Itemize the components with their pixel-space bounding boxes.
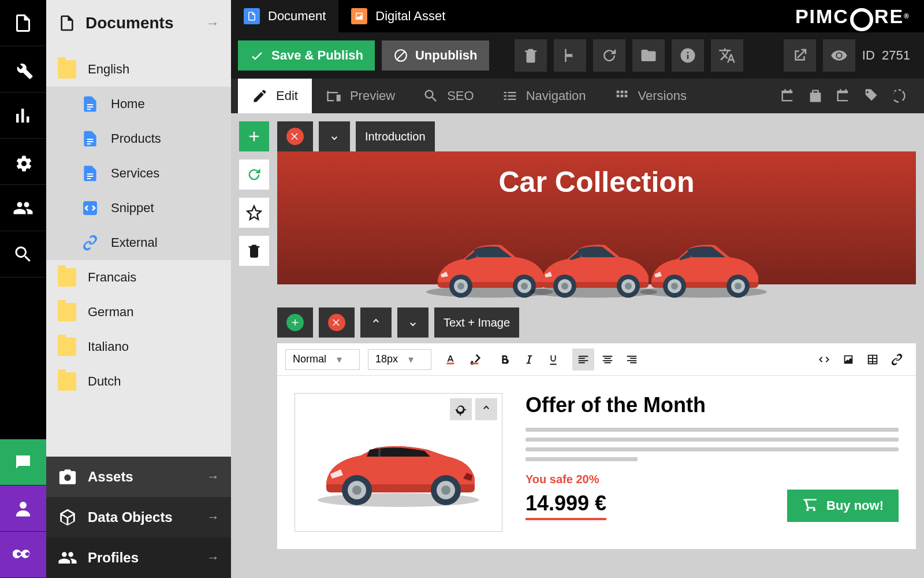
block-refresh-button[interactable] (239, 160, 269, 190)
image-focus-button[interactable] (450, 398, 472, 420)
block-move-down-button[interactable] (397, 307, 429, 338)
block-add-button[interactable] (239, 121, 269, 151)
camera-icon (58, 467, 77, 487)
block-remove-button[interactable] (319, 307, 355, 338)
block-favorite-button[interactable] (239, 198, 269, 228)
car-illustration (312, 416, 485, 509)
rte-code-button[interactable] (813, 349, 835, 370)
sidebar-profiles[interactable]: Profiles→ (46, 538, 231, 578)
tree-folder-italiano[interactable]: Italiano (46, 329, 231, 364)
rte-align-center-button[interactable] (597, 349, 619, 370)
tab-digital-asset[interactable]: Digital Asset (338, 0, 458, 32)
hero-banner[interactable]: Car Collection (277, 151, 916, 284)
sidebar-title: Documents (85, 14, 206, 32)
table-icon (866, 353, 879, 366)
search-icon (423, 88, 439, 104)
folder-button[interactable] (632, 39, 665, 72)
save-publish-button[interactable]: Save & Publish (238, 40, 375, 71)
align-right-icon (625, 353, 638, 366)
rail-profile-icon[interactable] (0, 486, 46, 532)
tree-snippet[interactable]: Snippet (46, 191, 231, 225)
chevron-right-icon: → (206, 15, 219, 31)
block-delete-button[interactable] (239, 236, 269, 266)
tree-doc-services[interactable]: Services (46, 156, 231, 191)
translate-button[interactable] (711, 39, 743, 72)
rail-analytics-icon[interactable] (0, 92, 46, 139)
rail-settings-icon[interactable] (0, 139, 46, 185)
unpublish-button[interactable]: Unpublish (382, 40, 489, 71)
chevron-right-icon: → (207, 510, 219, 525)
block-type-label[interactable]: Introduction (356, 121, 435, 151)
rte-link-button[interactable] (886, 349, 908, 370)
image-dropzone[interactable] (295, 393, 502, 532)
rte-underline-button[interactable] (542, 349, 564, 370)
tree-folder-german[interactable]: German (46, 295, 231, 329)
rte-bold-button[interactable] (494, 349, 516, 370)
sidebar-data-objects[interactable]: Data Objects→ (46, 497, 231, 538)
status-button[interactable] (887, 84, 910, 108)
folder-icon (58, 372, 76, 391)
image-upload-button[interactable] (475, 398, 497, 420)
rte-align-left-button[interactable] (572, 349, 594, 370)
rte-image-button[interactable] (837, 349, 859, 370)
users-icon (58, 548, 77, 568)
buy-now-button[interactable]: Buy now! (787, 490, 899, 522)
open-external-button[interactable] (784, 39, 816, 72)
block-move-up-button[interactable] (360, 307, 392, 338)
rte-italic-button[interactable] (518, 349, 540, 370)
sidebar-assets[interactable]: Assets→ (46, 457, 231, 497)
tree-external-link[interactable]: External (46, 225, 231, 260)
code-icon (818, 353, 830, 366)
rail-users-icon[interactable] (0, 185, 46, 231)
italic-icon (523, 353, 535, 366)
rail-tools-icon[interactable] (0, 46, 46, 92)
hero-cars-illustration (420, 231, 773, 301)
block-side-tools (239, 121, 269, 266)
sidebar-header[interactable]: Documents → (46, 0, 231, 46)
block-move-down-button[interactable] (319, 121, 350, 151)
block-add-button[interactable] (277, 307, 313, 338)
rte-fill-color-button[interactable] (464, 349, 486, 370)
rail-search-icon[interactable] (0, 231, 46, 277)
rte-size-select[interactable]: 18px (368, 349, 431, 370)
arrow-up-icon (480, 403, 493, 416)
link-icon (891, 353, 903, 366)
tree-doc-products[interactable]: Products (46, 121, 231, 156)
offer-title: Offer of the Month (526, 393, 899, 417)
delete-button[interactable] (515, 39, 547, 72)
block-type-label[interactable]: Text + Image (434, 307, 519, 338)
calendar-button[interactable] (776, 84, 799, 108)
view-tab-seo[interactable]: SEO (409, 79, 487, 113)
schedule-button[interactable] (832, 84, 855, 108)
info-button[interactable] (672, 39, 704, 72)
rail-infinity-icon[interactable] (0, 532, 46, 578)
clipboard-button[interactable] (804, 84, 827, 108)
discount-text: You safe 20% (526, 473, 899, 486)
view-tab-edit[interactable]: Edit (238, 79, 312, 113)
rte-align-right-button[interactable] (621, 349, 643, 370)
rail-documents-icon[interactable] (0, 0, 46, 46)
fill-color-icon (468, 353, 481, 366)
preview-eye-button[interactable] (823, 39, 855, 72)
block-introduction: Introduction Car Collection (277, 121, 916, 284)
block-remove-button[interactable] (277, 121, 313, 151)
offer-text[interactable]: Offer of the Month You safe 20% 14.999 €… (526, 393, 899, 532)
tag-button[interactable] (859, 84, 882, 108)
refresh-button[interactable] (593, 39, 625, 72)
cube-icon (58, 507, 77, 527)
tree-folder-dutch[interactable]: Dutch (46, 364, 231, 399)
tree-doc-home[interactable]: Home (46, 87, 231, 121)
rte-font-color-button[interactable] (439, 349, 461, 370)
tab-document[interactable]: Document (231, 0, 338, 32)
action-toolbar: Save & Publish Unpublish ID 2751 (231, 32, 924, 79)
flag-button[interactable] (554, 39, 586, 72)
tree-folder-english[interactable]: English (46, 52, 231, 87)
view-tab-preview[interactable]: Preview (312, 79, 409, 113)
rte-table-button[interactable] (862, 349, 884, 370)
rte-style-select[interactable]: Normal (285, 349, 360, 370)
view-tab-navigation[interactable]: Navigation (488, 79, 600, 113)
rail-chat-icon[interactable] (0, 439, 46, 486)
view-tab-versions[interactable]: Versions (600, 79, 701, 113)
tree-folder-francais[interactable]: Francais (46, 260, 231, 295)
align-left-icon (577, 353, 590, 366)
